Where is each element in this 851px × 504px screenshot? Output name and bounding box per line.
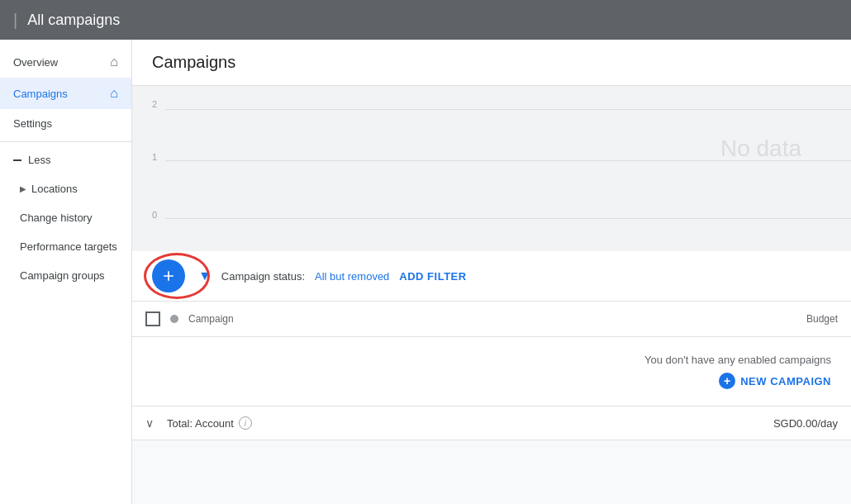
home-icon-overview: ⌂ — [110, 55, 118, 69]
header-separator: | — [13, 11, 17, 30]
status-dot — [170, 315, 178, 323]
select-all-checkbox[interactable] — [145, 311, 160, 326]
filter-icon: ▼ — [198, 269, 212, 283]
sidebar-change-history-label: Change history — [20, 212, 92, 224]
new-campaign-plus-icon: + — [719, 373, 735, 389]
main-layout: Overview ⌂ Campaigns ⌂ Settings Less ▶ L… — [0, 40, 851, 504]
sidebar-campaigns-label: Campaigns — [13, 88, 68, 100]
new-campaign-button[interactable]: + NEW CAMPAIGN — [719, 373, 831, 389]
add-campaign-button[interactable] — [152, 259, 185, 292]
sidebar-settings-label: Settings — [13, 117, 52, 130]
header-title: All campaigns — [27, 12, 120, 29]
footer-chevron-icon[interactable]: ∨ — [145, 416, 154, 430]
plus-icon — [160, 268, 177, 284]
content-area: Campaigns 2 1 0 No data ▼ Campaign statu… — [132, 40, 851, 504]
chart-y-label-0: 0 — [152, 210, 157, 220]
table-footer: ∨ Total: Account i SGD0.00/day — [132, 407, 851, 440]
top-header: | All campaigns — [0, 0, 851, 40]
chart-gridline-2 — [165, 109, 851, 110]
sidebar-divider — [0, 141, 131, 142]
page-header: Campaigns — [132, 40, 851, 86]
no-data-text: No data — [720, 136, 801, 162]
sidebar-item-performance-targets[interactable]: Performance targets — [0, 232, 131, 261]
footer-total-label: Total: Account i — [167, 416, 773, 430]
sidebar-item-campaign-groups[interactable]: Campaign groups — [0, 261, 131, 290]
filter-status-value[interactable]: All but removed — [315, 270, 389, 283]
sidebar-less-label: Less — [28, 154, 50, 166]
footer-total-value: SGD0.00/day — [773, 417, 838, 430]
new-campaign-label: NEW CAMPAIGN — [740, 375, 831, 388]
chart-area: 2 1 0 No data — [132, 86, 851, 251]
info-icon[interactable]: i — [239, 416, 252, 430]
chart-gridline-0 — [165, 218, 851, 219]
column-budget: Budget — [772, 313, 838, 325]
filter-bar: ▼ Campaign status: All but removed ADD F… — [132, 251, 851, 302]
chevron-icon-locations: ▶ — [20, 184, 26, 193]
home-icon-campaigns: ⌂ — [110, 86, 118, 101]
table-header: Campaign Budget — [132, 302, 851, 337]
sidebar-overview-label: Overview — [13, 56, 58, 69]
footer-total-text: Total: Account — [167, 417, 234, 430]
add-filter-button[interactable]: ADD FILTER — [399, 270, 466, 283]
sidebar-less-toggle[interactable]: Less — [0, 145, 131, 174]
column-campaign: Campaign — [188, 313, 772, 325]
chart-y-label-2: 2 — [152, 99, 157, 109]
empty-state: You don't have any enabled campaigns + N… — [132, 337, 851, 407]
sidebar-item-settings[interactable]: Settings — [0, 109, 131, 138]
chart-y-label-1: 1 — [152, 152, 157, 162]
sidebar: Overview ⌂ Campaigns ⌂ Settings Less ▶ L… — [0, 40, 132, 504]
sidebar-item-overview[interactable]: Overview ⌂ — [0, 46, 131, 78]
empty-state-message: You don't have any enabled campaigns — [152, 354, 831, 366]
page-title: Campaigns — [152, 53, 831, 72]
sidebar-item-campaigns[interactable]: Campaigns ⌂ — [0, 78, 131, 109]
sidebar-campaign-groups-label: Campaign groups — [20, 269, 105, 282]
dash-icon — [13, 159, 21, 161]
sidebar-item-change-history[interactable]: Change history — [0, 203, 131, 232]
sidebar-performance-targets-label: Performance targets — [20, 240, 117, 253]
sidebar-locations-label: Locations — [31, 183, 78, 195]
filter-status-label: Campaign status: — [221, 270, 305, 283]
sidebar-item-locations[interactable]: ▶ Locations — [0, 174, 131, 203]
